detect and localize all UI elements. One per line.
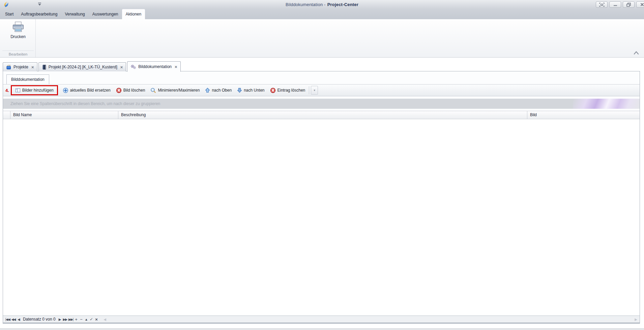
toolbar-button-label: nach Unten (244, 88, 264, 93)
toolbar-button-label: Bilder hinzufügen (22, 88, 54, 93)
gears-icon (130, 64, 136, 69)
record-count-status: Datensatz 0 von 0 (23, 317, 56, 322)
tab-close-icon[interactable]: × (31, 65, 34, 69)
minimize-icon (613, 3, 617, 6)
title-bar: Bilddokumentation -Project-Center (0, 0, 644, 9)
print-button-label: Drucken (6, 34, 30, 39)
column-header-bild[interactable]: Bild (527, 111, 640, 119)
restore-icon (626, 3, 631, 7)
cancel-edit-button[interactable]: × (94, 317, 99, 322)
minimize-maximize-button[interactable]: Minimieren/Maximieren (148, 86, 202, 95)
window-title-app: Project-Center (327, 2, 358, 7)
add-images-icon (15, 88, 21, 93)
next-record-button[interactable]: ▶ (57, 318, 62, 321)
prev-page-button[interactable]: ◀◀ (10, 318, 16, 321)
replace-image-button[interactable]: aktuelles Bild ersetzen (60, 86, 113, 95)
record-navigator: |◀◀ ◀◀ ◀ Datensatz 0 von 0 ▶ ▶▶ ▶▶| + − … (3, 316, 640, 323)
delete-record-button[interactable]: − (79, 317, 84, 322)
window-title: Bilddokumentation -Project-Center (0, 2, 644, 7)
ribbon-group-label: Bearbeiten (2, 51, 34, 56)
document-tab-label: Bilddokumentation (138, 64, 172, 69)
projects-box-icon (6, 65, 11, 70)
ribbon-tab-start[interactable]: Start (1, 9, 17, 19)
image-toolbar: 4. Bilder hinzufügen aktuelles Bild erse… (3, 84, 640, 96)
document-tab-bar: Projekte × Projekt [K-2024-2] [K_LK-TÜ_K… (3, 61, 181, 71)
ribbon-group-bearbeiten: Drucken Bearbeiten (1, 19, 36, 57)
grid-body-empty[interactable] (3, 119, 640, 316)
window-bottom-edge (0, 329, 644, 329)
group-by-hint-text: Ziehen Sie eine Spaltenüberschrift in di… (10, 101, 160, 106)
replace-image-icon (63, 88, 68, 93)
toolbar-button-label: nach Oben (212, 88, 232, 93)
document-tab-label: Projekt [K-2024-2] [K_LK-TÜ_Kusterd] (49, 65, 117, 69)
ribbon-tab-verwaltung[interactable]: Verwaltung (61, 9, 88, 19)
delete-entry-button[interactable]: Eintrag löschen (267, 86, 308, 95)
column-header-beschreibung[interactable]: Beschreibung (118, 111, 527, 119)
window-title-context: Bilddokumentation - (286, 2, 326, 7)
toolbar-button-label: aktuelles Bild ersetzen (70, 88, 111, 93)
chevron-down-icon: ▼ (313, 89, 316, 92)
annotation-highlight-box: Bilder hinzufügen (11, 85, 58, 95)
delete-entry-icon (270, 88, 276, 93)
move-down-icon (237, 88, 242, 93)
close-icon (640, 3, 644, 6)
move-up-icon (205, 88, 210, 93)
scroll-left-arrow[interactable]: ◀ (102, 318, 107, 321)
ribbon-tab-aktionen[interactable]: Aktionen (122, 9, 145, 19)
application-window: { "window": { "title_prefix": "Bilddokum… (0, 0, 644, 330)
annotation-step-number: 4. (5, 88, 9, 93)
document-tab-projekt-k-2024-2[interactable]: Projekt [K-2024-2] [K_LK-TÜ_Kusterd] × (38, 62, 126, 71)
append-record-button[interactable]: + (74, 317, 79, 322)
ribbon-tab-auftragsbearbeitung[interactable]: Auftragsbearbeitung (17, 9, 61, 19)
toolbar-button-label: Minimieren/Maximieren (158, 88, 200, 93)
column-header-bild-name[interactable]: Bild Name (10, 111, 118, 119)
group-by-drop-area[interactable]: Ziehen Sie eine Spaltenüberschrift in di… (3, 99, 640, 109)
ribbon-tab-auswertungen[interactable]: Auswertungen (89, 9, 122, 19)
subtab-bilddokumentation[interactable]: Bilddokumentation (6, 74, 49, 84)
edit-record-button[interactable]: ▲ (84, 318, 89, 321)
first-record-button[interactable]: |◀◀ (5, 318, 10, 321)
document-tab-bilddokumentation[interactable]: Bilddokumentation × (127, 61, 180, 72)
grid-header-row: Bild Name Beschreibung Bild (3, 111, 640, 119)
prev-record-button[interactable]: ◀ (16, 318, 21, 321)
bilddokumentation-panel: Bilddokumentation 4. Bilder hinzufügen a… (3, 71, 640, 324)
close-button[interactable] (636, 1, 644, 8)
move-up-button[interactable]: nach Oben (202, 86, 234, 94)
magnifier-icon (150, 88, 156, 93)
project-binder-icon (42, 65, 47, 70)
toolbar-button-label: Bild löschen (123, 88, 145, 93)
document-tab-projekte[interactable]: Projekte × (3, 62, 37, 71)
delete-image-icon (116, 88, 122, 93)
last-record-button[interactable]: ▶▶| (68, 318, 74, 321)
document-tab-label: Projekte (13, 65, 28, 69)
end-edit-button[interactable]: ✓ (89, 317, 94, 322)
ribbon-collapse-chevron-icon[interactable] (633, 51, 639, 55)
print-button[interactable]: Drucken (6, 21, 30, 39)
delete-image-button[interactable]: Bild löschen (113, 86, 148, 95)
toolbar-overflow-button[interactable]: ▼ (311, 86, 318, 95)
scroll-right-arrow[interactable]: ▶ (635, 318, 637, 321)
window-controls (596, 1, 644, 8)
ribbon-body: Drucken Bearbeiten (0, 19, 644, 58)
next-page-button[interactable]: ▶▶ (62, 318, 68, 321)
row-indicator-header[interactable] (3, 111, 10, 119)
move-down-button[interactable]: nach Unten (234, 86, 267, 94)
tab-close-icon[interactable]: × (175, 65, 177, 69)
toolbar-separator (309, 86, 309, 94)
screen-toggle-button[interactable] (596, 1, 608, 8)
tab-close-icon[interactable]: × (120, 65, 123, 69)
add-images-button[interactable]: Bilder hinzufügen (12, 87, 56, 94)
toolbar-button-label: Eintrag löschen (277, 88, 305, 93)
printer-icon (12, 22, 25, 33)
minimize-button[interactable] (609, 1, 621, 8)
ribbon-tab-bar: Start Auftragsbearbeitung Verwaltung Aus… (0, 9, 644, 19)
restore-button[interactable] (623, 1, 635, 8)
screen-toggle-icon (599, 3, 605, 7)
decorative-swoosh (573, 99, 640, 109)
